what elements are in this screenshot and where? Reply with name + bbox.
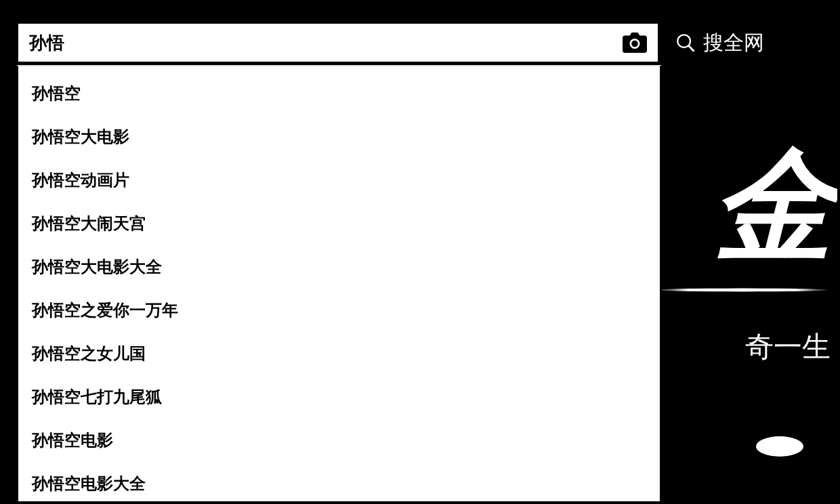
- search-input-container: [16, 22, 660, 64]
- background-large-char: 金: [712, 125, 831, 289]
- suggestions-dropdown: 孙悟空 孙悟空大电影 孙悟空动画片 孙悟空大闹天宫 孙悟空大电影大全 孙悟空之爱…: [16, 65, 662, 504]
- suggestion-item[interactable]: 孙悟空七打九尾狐: [18, 375, 660, 419]
- suggestion-item[interactable]: 孙悟空动画片: [18, 159, 660, 202]
- suggestion-item[interactable]: 孙悟空: [18, 72, 660, 115]
- camera-icon[interactable]: [623, 33, 647, 53]
- suggestion-item[interactable]: 孙悟空大闹天宫: [18, 202, 660, 245]
- search-icon: [676, 33, 695, 52]
- search-input[interactable]: [29, 33, 623, 54]
- search-web-button[interactable]: 搜全网: [676, 22, 764, 64]
- search-bar-row: 搜全网: [3, 3, 837, 64]
- background-subtitle: 奇一生: [745, 328, 831, 366]
- background-blob: [756, 436, 803, 457]
- suggestion-item[interactable]: 孙悟空之女儿国: [18, 332, 660, 375]
- suggestion-item[interactable]: 孙悟空电影大全: [18, 462, 660, 504]
- suggestion-item[interactable]: 孙悟空大电影: [18, 115, 660, 159]
- suggestion-item[interactable]: 孙悟空大电影大全: [18, 245, 660, 289]
- suggestion-item[interactable]: 孙悟空之爱你一万年: [18, 289, 660, 332]
- suggestion-item[interactable]: 孙悟空电影: [18, 419, 660, 462]
- background-streak: [654, 289, 831, 292]
- svg-point-1: [631, 41, 638, 47]
- search-button-label: 搜全网: [703, 29, 764, 57]
- background-poster: 金 奇一生: [648, 84, 837, 490]
- svg-line-3: [689, 46, 694, 51]
